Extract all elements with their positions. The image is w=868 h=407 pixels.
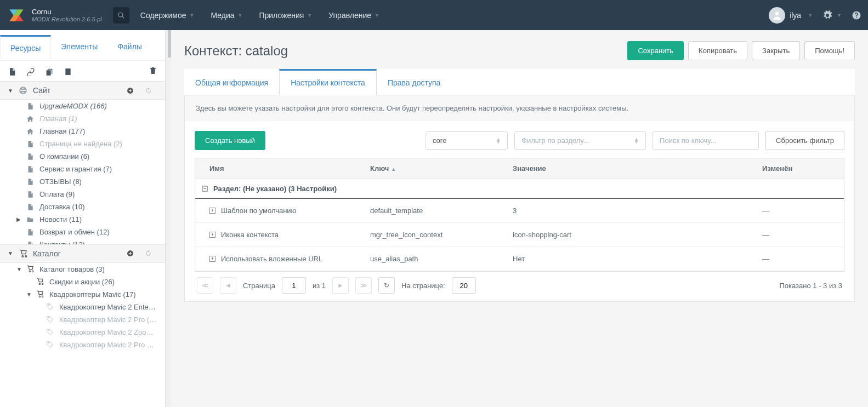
- new-link-icon[interactable]: [26, 67, 35, 76]
- area-filter-combo[interactable]: Фильтр по разделу...▲▼: [514, 131, 646, 150]
- tree-node[interactable]: Доставка (10): [0, 200, 165, 213]
- copy-icon[interactable]: [45, 67, 54, 76]
- copy-button[interactable]: Копировать: [688, 41, 747, 60]
- prev-page-button[interactable]: ◄: [220, 277, 236, 294]
- splitter-handle[interactable]: [168, 30, 171, 58]
- table-row[interactable]: +Использовать вложенные URLuse_alias_pat…: [195, 247, 844, 271]
- add-icon[interactable]: [127, 250, 134, 257]
- help-icon[interactable]: [852, 10, 861, 20]
- file-icon: [26, 178, 34, 186]
- col-value[interactable]: Значение: [505, 158, 754, 179]
- first-page-button[interactable]: ≪: [197, 277, 213, 294]
- tree-node[interactable]: UpgradeMODX (166): [0, 100, 165, 112]
- tree-node[interactable]: Главная (1): [0, 112, 165, 125]
- namespace-combo[interactable]: core▲▼: [426, 131, 508, 150]
- page-title: Контекст: catalog: [184, 43, 627, 59]
- table-row[interactable]: +Иконка контекстаmgr_tree_icon_contextic…: [195, 223, 844, 247]
- tree-node[interactable]: Квадрокоптер Mavic 2 Enterprise: [0, 301, 165, 313]
- last-page-button[interactable]: ≫: [355, 277, 372, 294]
- expand-icon[interactable]: ▼: [26, 291, 33, 297]
- tree-node[interactable]: ▶Новости (11): [0, 213, 165, 226]
- expand-icon[interactable]: ▶: [16, 216, 23, 222]
- home-icon: [26, 128, 34, 135]
- cart-icon: [36, 290, 44, 298]
- tree-node[interactable]: Сервис и гарантия (7): [0, 163, 165, 175]
- pager: ≪ ◄ Страница из 1 ► ≫ ↻ На странице: Пок…: [195, 272, 844, 296]
- tree-node[interactable]: Главная (177): [0, 125, 165, 137]
- section-site[interactable]: ▼ Сайт: [0, 81, 165, 100]
- tree-node[interactable]: ▼Квадрокоптеры Mavic (17): [0, 288, 165, 301]
- page-input[interactable]: [282, 277, 306, 294]
- file-icon: [26, 191, 34, 198]
- tree-node[interactable]: Оплата (9): [0, 188, 165, 200]
- save-button[interactable]: Сохранить: [627, 41, 684, 60]
- user-area: ilya ▼ ▼: [769, 7, 861, 24]
- main: Контекст: catalog Сохранить Копировать З…: [171, 30, 868, 407]
- tree-node[interactable]: ОТЗЫВЫ (8): [0, 175, 165, 188]
- col-name[interactable]: Имя: [195, 158, 362, 179]
- nav-media[interactable]: Медиа▼: [211, 11, 242, 20]
- cart-icon: [19, 249, 27, 258]
- add-icon[interactable]: [127, 87, 134, 94]
- section-catalog[interactable]: ▼ Каталог: [0, 244, 165, 263]
- col-key[interactable]: Ключ▲: [362, 158, 505, 179]
- per-page-input[interactable]: [452, 277, 476, 294]
- catalog-tree: ▼Каталог товаров (3)Скидки и акции (26)▼…: [0, 263, 165, 408]
- sidebar-tabs: Ресурсы Элементы Файлы: [0, 30, 165, 61]
- tree-node[interactable]: Скидки и акции (26): [0, 276, 165, 288]
- new-doc-icon[interactable]: [8, 67, 16, 76]
- expand-icon[interactable]: ▼: [16, 266, 23, 272]
- help-button[interactable]: Помощь!: [804, 41, 855, 60]
- nav-apps[interactable]: Приложения▼: [259, 11, 312, 20]
- tag-icon: [46, 328, 54, 336]
- user-menu[interactable]: ilya ▼: [769, 7, 813, 24]
- nav-manage[interactable]: Управление▼: [328, 11, 379, 20]
- trash-icon[interactable]: [149, 66, 157, 75]
- ctx-tab-access[interactable]: Права доступа: [377, 69, 451, 95]
- expand-row-icon[interactable]: +: [209, 232, 215, 238]
- brand-subtitle: MODX Revolution 2.6.5-pl: [32, 16, 102, 22]
- expand-row-icon[interactable]: +: [209, 256, 215, 262]
- expand-row-icon[interactable]: +: [209, 208, 215, 214]
- refresh-button[interactable]: ↻: [378, 277, 395, 294]
- tab-elements[interactable]: Элементы: [51, 37, 107, 60]
- sidebar: Ресурсы Элементы Файлы ▼ Сайт UpgradeMOD…: [0, 30, 166, 407]
- table-row[interactable]: +Шаблон по умолчаниюdefault_template3—: [195, 199, 844, 223]
- globe-icon: [19, 86, 27, 95]
- tree-node[interactable]: Контакты (13): [0, 238, 165, 244]
- search-input[interactable]: [653, 131, 759, 150]
- ctx-tab-general[interactable]: Общая информация: [184, 69, 279, 95]
- site-tree: UpgradeMODX (166)Главная (1)Главная (177…: [0, 100, 165, 244]
- nav-content[interactable]: Содержимое▼: [140, 11, 195, 20]
- tree-node[interactable]: Квадрокоптер Mavic 2 Zoom (17: [0, 326, 165, 339]
- tag-icon: [46, 341, 54, 348]
- tree-node[interactable]: ▼Каталог товаров (3): [0, 263, 165, 276]
- tree-node[interactable]: Страница не найдена (2): [0, 137, 165, 150]
- search-button[interactable]: [113, 7, 129, 24]
- tree-node[interactable]: Возврат и обмен (12): [0, 226, 165, 238]
- tab-files[interactable]: Файлы: [107, 37, 151, 60]
- close-button[interactable]: Закрыть: [752, 41, 800, 60]
- logo[interactable]: Cornu MODX Revolution 2.6.5-pl: [7, 5, 102, 25]
- static-doc-icon[interactable]: [64, 67, 72, 76]
- next-page-button[interactable]: ►: [332, 277, 349, 294]
- tree-node[interactable]: Квадрокоптер Mavic 2 Pro (174: [0, 313, 165, 326]
- ctx-tab-settings[interactable]: Настройки контекста: [279, 69, 377, 95]
- reset-filter-button[interactable]: Сбросить фильтр: [765, 131, 844, 150]
- settings-menu[interactable]: ▼: [822, 10, 842, 20]
- splitter[interactable]: [166, 30, 171, 407]
- gear-icon: [822, 10, 832, 20]
- refresh-icon[interactable]: [145, 87, 152, 94]
- create-new-button[interactable]: Создать новый: [195, 131, 265, 150]
- collapse-icon: [202, 186, 208, 192]
- tab-resources[interactable]: Ресурсы: [0, 35, 51, 59]
- tree-node[interactable]: Квадрокоптер Mavic 2 Pro Fly M: [0, 339, 165, 351]
- tree-node[interactable]: О компании (6): [0, 150, 165, 163]
- group-row[interactable]: Раздел: (Не указано) (3 Настройки): [195, 179, 844, 199]
- avatar: [769, 7, 785, 24]
- settings-grid: Имя Ключ▲ Значение Изменён Раздел: (Не у…: [195, 158, 844, 272]
- refresh-icon[interactable]: [145, 250, 152, 257]
- col-modified[interactable]: Изменён: [754, 158, 844, 179]
- page-label: Страница: [243, 282, 275, 290]
- page-of: из 1: [313, 282, 326, 290]
